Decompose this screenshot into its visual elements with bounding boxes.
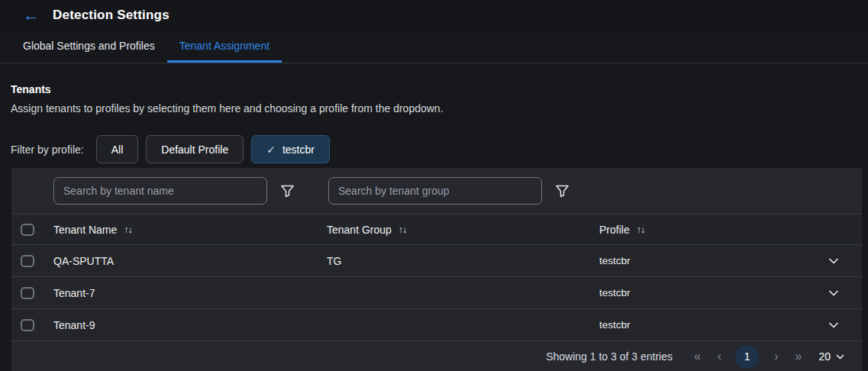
profile-dropdown-chevron[interactable] [828,319,862,331]
search-tenant-name-input[interactable] [53,177,267,205]
profile-dropdown-value[interactable]: testcbr [599,255,828,266]
profile-dropdown-value[interactable]: testcbr [599,319,828,331]
sort-icon[interactable]: ↑↓ [124,224,132,235]
table-row: QA-SPUTTA TG testcbr [11,244,862,276]
row-checkbox[interactable] [21,287,34,299]
filter-funnel-icon[interactable] [555,184,570,198]
profile-filter-row: Filter by profile: All Default Profile ✓… [11,135,857,163]
tenant-name-header-label: Tenant Name [53,224,117,236]
tab-global-settings-and-profiles[interactable]: Global Settings and Profiles [11,31,167,63]
page-title: Detection Settings [53,8,169,23]
first-page-button[interactable]: « [692,350,702,363]
filter-by-profile-label: Filter by profile: [11,144,84,156]
sort-icon[interactable]: ↑↓ [637,224,645,235]
profile-dropdown-chevron[interactable] [828,287,862,299]
profile-dropdown-chevron[interactable] [828,255,862,267]
tenant-name-cell: Tenant-7 [53,287,327,299]
tenant-group-header-label: Tenant Group [327,224,392,236]
chevron-down-icon [828,255,840,267]
filter-chip-default-profile[interactable]: Default Profile [146,135,244,163]
search-tenant-group-input[interactable] [328,177,542,205]
check-icon: ✓ [266,144,276,156]
pagination-bar: Showing 1 to 3 of 3 entries « ‹ 1 › » 20 [11,340,862,371]
section-title: Tenants [11,83,857,95]
profile-dropdown-value[interactable]: testcbr [599,287,828,298]
filter-chip-all[interactable]: All [96,135,139,163]
table-header-row: Tenant Name ↑↓ Tenant Group ↑↓ Profile ↑… [11,214,862,244]
filter-funnel-icon[interactable] [280,184,295,198]
tab-bar: Global Settings and Profiles Tenant Assi… [0,31,868,63]
tenant-name-cell: QA-SPUTTA [53,255,327,267]
chevron-down-icon [835,352,845,362]
filter-chip-testcbr[interactable]: ✓ testcbr [251,135,330,163]
row-checkbox[interactable] [21,255,34,267]
back-icon[interactable]: ← [23,8,40,23]
current-page-button[interactable]: 1 [735,345,759,369]
filter-chip-default-profile-label: Default Profile [161,144,228,156]
filter-chip-testcbr-label: testcbr [282,144,315,156]
table-row: Tenant-7 testcbr [11,276,862,308]
row-checkbox[interactable] [21,319,34,331]
next-page-button[interactable]: › [773,350,779,363]
column-header-tenant-group[interactable]: Tenant Group ↑↓ [327,224,599,236]
column-header-profile[interactable]: Profile ↑↓ [599,224,828,236]
chevron-down-icon [828,319,840,331]
chevron-down-icon [828,287,840,299]
last-page-button[interactable]: » [794,350,804,363]
table-row: Tenant-9 testcbr [11,308,862,340]
tenants-table: Tenant Name ↑↓ Tenant Group ↑↓ Profile ↑… [11,168,862,371]
previous-page-button[interactable]: ‹ [716,350,723,363]
tenant-name-cell: Tenant-9 [53,319,327,331]
tab-tenant-assignment[interactable]: Tenant Assignment [167,31,282,63]
table-search-bar [11,168,862,214]
pagination-summary: Showing 1 to 3 of 3 entries [546,350,673,363]
tenant-group-cell: TG [327,255,599,267]
column-header-tenant-name[interactable]: Tenant Name ↑↓ [53,224,327,236]
profile-header-label: Profile [599,224,630,236]
page-size-value: 20 [818,350,831,363]
filter-chip-all-label: All [111,144,124,156]
select-all-checkbox[interactable] [21,224,34,236]
sort-icon[interactable]: ↑↓ [399,224,407,235]
top-bar: ← Detection Settings [0,0,868,31]
section-description: Assign tenants to profiles by selecting … [11,102,857,115]
page-size-select[interactable]: 20 [818,350,845,363]
